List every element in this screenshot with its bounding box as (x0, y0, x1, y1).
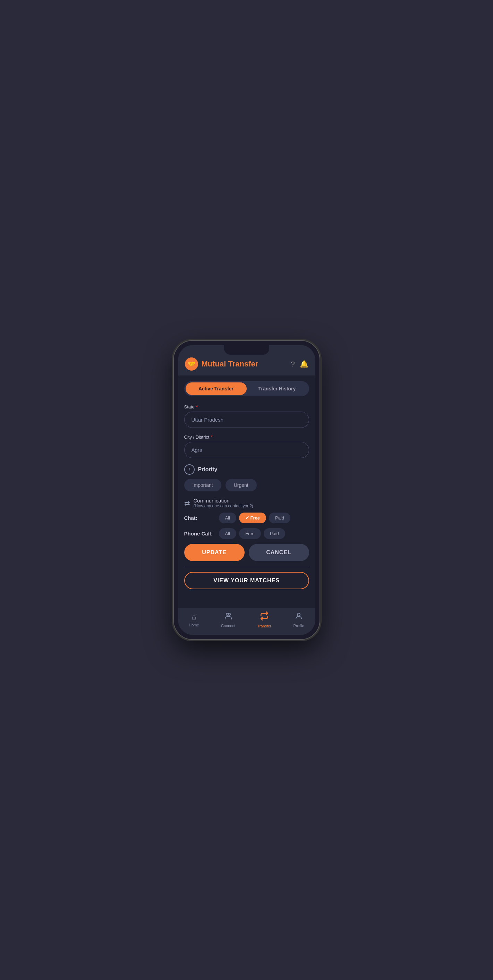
tab-transfer-history[interactable]: Transfer History (247, 382, 308, 395)
header-icons: ? 🔔 (291, 360, 308, 368)
notch (224, 345, 269, 355)
header-left: 🤝 Mutual Transfer (185, 358, 258, 371)
transfer-icon (260, 611, 269, 622)
connect-icon (224, 612, 232, 622)
svg-point-2 (297, 613, 300, 616)
phone-free[interactable]: Free (239, 528, 261, 539)
phone-screen: 🤝 Mutual Transfer ? 🔔 Active Transfer Tr… (178, 345, 315, 635)
communication-section-row: ⇄ Communication (How any one can contact… (184, 498, 309, 508)
app-logo: 🤝 (185, 358, 198, 371)
communication-title: Communication (194, 498, 253, 504)
home-icon: ⌂ (191, 612, 196, 622)
communication-icon: ⇄ (184, 499, 190, 508)
cancel-button[interactable]: CANCEL (249, 544, 309, 561)
priority-icon: ! (184, 464, 195, 475)
chat-label: Chat: (184, 515, 215, 521)
bottom-nav: ⌂ Home Connect (178, 608, 315, 635)
nav-connect-label: Connect (221, 624, 235, 628)
update-button[interactable]: UPDATE (184, 544, 245, 561)
city-field-group: City / District * (184, 434, 309, 458)
communication-text: Communication (How any one can contact y… (194, 498, 253, 508)
chat-all[interactable]: All (219, 512, 236, 523)
chat-options: All ✔ Free Paid (219, 512, 291, 523)
nav-profile[interactable]: Profile (294, 612, 304, 628)
app-title: Mutual Transfer (202, 360, 258, 369)
chat-paid[interactable]: Paid (269, 512, 290, 523)
city-label: City / District * (184, 434, 309, 440)
tab-row: Active Transfer Transfer History (184, 381, 309, 396)
chat-free[interactable]: ✔ Free (239, 512, 266, 523)
svg-point-1 (228, 613, 231, 615)
nav-home-label: Home (189, 623, 199, 627)
state-label: State * (184, 404, 309, 409)
priority-title: Priority (198, 466, 218, 473)
city-required: * (211, 434, 212, 440)
phone-call-row: Phone Call: All Free Paid (184, 528, 309, 539)
tab-active-transfer[interactable]: Active Transfer (186, 382, 247, 395)
divider (184, 567, 309, 567)
state-required: * (196, 404, 198, 409)
nav-connect[interactable]: Connect (221, 612, 235, 628)
city-input[interactable] (184, 442, 309, 458)
main-content: Active Transfer Transfer History State *… (178, 375, 315, 608)
phone-call-label: Phone Call: (184, 531, 215, 536)
phone-paid[interactable]: Paid (264, 528, 285, 539)
state-field-group: State * (184, 404, 309, 428)
state-input[interactable] (184, 412, 309, 428)
profile-icon (294, 612, 303, 622)
nav-home[interactable]: ⌂ Home (189, 612, 199, 627)
nav-profile-label: Profile (294, 624, 304, 628)
help-icon[interactable]: ? (291, 360, 294, 368)
nav-transfer[interactable]: Transfer (258, 611, 272, 628)
action-buttons: UPDATE CANCEL (184, 544, 309, 561)
chip-important[interactable]: Important (184, 479, 221, 492)
phone-frame: 🤝 Mutual Transfer ? 🔔 Active Transfer Tr… (174, 341, 320, 639)
nav-transfer-label: Transfer (258, 624, 272, 628)
chat-row: Chat: All ✔ Free Paid (184, 512, 309, 523)
priority-section-row: ! Priority (184, 464, 309, 475)
view-matches-button[interactable]: VIEW YOUR MATCHES (184, 572, 309, 589)
bell-icon[interactable]: 🔔 (300, 360, 309, 368)
communication-subtitle: (How any one can contact you?) (194, 504, 253, 508)
chip-urgent[interactable]: Urgent (226, 479, 257, 492)
phone-all[interactable]: All (219, 528, 236, 539)
priority-chips: Important Urgent (184, 479, 309, 492)
phone-call-options: All Free Paid (219, 528, 285, 539)
